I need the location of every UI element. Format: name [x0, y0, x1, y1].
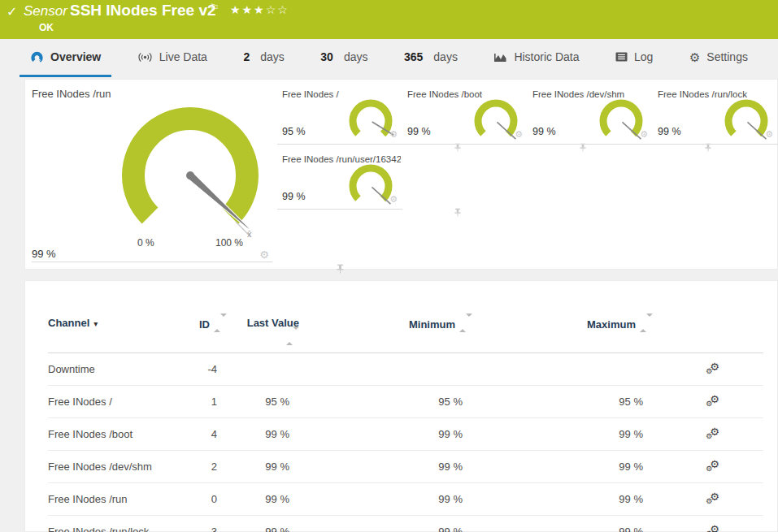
column-header-last-value[interactable]: Last Value — [227, 281, 299, 353]
tab-label: Log — [634, 50, 653, 63]
small-gauge — [593, 93, 650, 149]
gauges-panel: Free INodes /run x̄ 0 % 100 % 99 % ⚙ Fre… — [24, 79, 778, 270]
tab-number: 30 — [320, 50, 333, 63]
channel-id: 3 — [180, 516, 227, 532]
tab-log[interactable]: Log — [605, 39, 663, 77]
sensor-title: SSH INodes Free v2 — [70, 2, 216, 19]
channel-id: 4 — [180, 418, 227, 451]
gauge-value: 99 % — [32, 248, 56, 260]
channel-actions-cell: ⚙⚙ — [653, 418, 763, 451]
gauge-scale-min: 0 % — [137, 237, 154, 249]
small-gauge — [467, 93, 524, 149]
tab-bar: Overview Live Data 2 days 30 days 365 da… — [0, 39, 778, 77]
channel-actions-cell: ⚙⚙ — [653, 451, 763, 483]
maximum-value: 99 % — [472, 516, 653, 532]
channel-row[interactable]: Free INodes /run099 %99 %99 %⚙⚙ — [48, 483, 763, 516]
sensor-header: ✓ Sensor SSH INodes Free v2 ⚐ ★★★☆☆ OK — [0, 0, 778, 39]
tab-label: Historic Data — [514, 50, 579, 63]
channel-actions-cell: ⚙⚙ — [653, 353, 763, 386]
last-value: 95 % — [227, 386, 299, 418]
gauge-value: 99 % — [282, 191, 306, 202]
tab-overview[interactable]: Overview — [20, 39, 111, 77]
gauge-settings-icon[interactable]: ⚙ — [765, 130, 773, 139]
channel-actions-cell: ⚙⚙ — [653, 516, 763, 532]
channel-id: 1 — [180, 386, 227, 418]
channel-settings-icon[interactable]: ⚙⚙ — [706, 427, 719, 439]
channel-actions-cell: ⚙⚙ — [653, 386, 763, 418]
sort-icon — [640, 317, 653, 330]
sort-icon — [286, 330, 299, 343]
column-header-id[interactable]: ID — [180, 281, 227, 353]
tab-settings[interactable]: ⚙ Settings — [679, 39, 758, 77]
primary-gauge-tile: Free INodes /run x̄ 0 % 100 % 99 % ⚙ — [32, 80, 272, 262]
channel-name: Downtime — [48, 353, 180, 386]
channel-settings-icon[interactable]: ⚙⚙ — [706, 395, 719, 407]
gauge-value: 95 % — [282, 126, 306, 137]
last-value — [227, 353, 299, 386]
last-value: 99 % — [227, 451, 299, 483]
minimum-value: 99 % — [299, 483, 472, 516]
sort-icon — [459, 317, 472, 330]
column-header-channel[interactable]: Channel▾ — [48, 281, 180, 353]
maximum-value: 99 % — [472, 418, 653, 451]
gear-icon: ⚙ — [689, 51, 700, 63]
column-header-actions — [653, 281, 763, 353]
minimum-value: 95 % — [299, 386, 472, 418]
last-value: 99 % — [227, 516, 299, 532]
tab-365-days[interactable]: 365 days — [393, 39, 468, 77]
channel-id: 0 — [180, 483, 227, 516]
pin-icon[interactable] — [454, 208, 461, 217]
column-header-maximum[interactable]: Maximum — [472, 281, 653, 353]
minimum-value: 99 % — [299, 418, 472, 451]
gauge-settings-icon[interactable]: ⚙ — [640, 130, 648, 139]
area-chart-icon — [493, 52, 507, 63]
tab-label: days — [433, 50, 458, 63]
gauge-value: 99 % — [407, 126, 431, 137]
channel-row[interactable]: Free INodes /195 %95 %95 %⚙⚙ — [48, 386, 763, 418]
channel-settings-icon[interactable]: ⚙⚙ — [706, 492, 719, 504]
tab-2-days[interactable]: 2 days — [233, 39, 294, 77]
tab-30-days[interactable]: 30 days — [310, 39, 378, 77]
gauge-settings-icon[interactable]: ⚙ — [389, 195, 398, 204]
gauge-settings-icon[interactable]: ⚙ — [259, 249, 269, 260]
flag-icon[interactable]: ⚐ — [210, 2, 219, 14]
sensor-category-label: Sensor — [24, 3, 67, 19]
sort-icon — [214, 317, 227, 330]
tab-number: 365 — [404, 50, 423, 63]
small-gauges-grid: Free INodes /95 %⚙Free INodes /boot99 %⚙… — [277, 80, 778, 210]
gauge-settings-icon[interactable]: ⚙ — [515, 130, 523, 139]
gauge-value: 99 % — [532, 126, 556, 137]
pin-icon[interactable] — [337, 264, 344, 274]
log-icon — [615, 52, 628, 62]
channel-settings-icon[interactable]: ⚙⚙ — [706, 460, 719, 472]
priority-stars[interactable]: ★★★☆☆ — [230, 3, 289, 16]
tab-historic-data[interactable]: Historic Data — [483, 39, 589, 77]
channel-row[interactable]: Free INodes /boot499 %99 %99 %⚙⚙ — [48, 418, 763, 451]
gauge-value: 99 % — [658, 126, 681, 137]
status-badge: OK — [39, 22, 54, 33]
maximum-value: 99 % — [472, 451, 653, 483]
channel-settings-icon[interactable]: ⚙⚙ — [706, 525, 719, 532]
channel-id: -4 — [180, 353, 227, 386]
broadcast-icon — [137, 52, 153, 63]
channel-row[interactable]: Downtime-4⚙⚙ — [48, 353, 763, 386]
status-check-icon: ✓ — [7, 4, 17, 19]
channel-row[interactable]: Free INodes /dev/shm299 %99 %99 %⚙⚙ — [48, 451, 763, 483]
small-gauge-tile: Free INodes /run/user/16342...99 %⚙ — [277, 145, 402, 210]
last-value: 99 % — [227, 418, 299, 451]
gauge-settings-icon[interactable]: ⚙ — [389, 130, 398, 139]
column-header-minimum[interactable]: Minimum — [299, 281, 472, 353]
last-value: 99 % — [227, 483, 299, 516]
tab-live-data[interactable]: Live Data — [127, 39, 218, 77]
channel-name: Free INodes /run — [48, 483, 180, 516]
channels-table: Channel▾IDLast ValueMinimumMaximum Downt… — [48, 281, 763, 532]
gauge-title: Free INodes / — [282, 89, 339, 99]
channel-settings-icon[interactable]: ⚙⚙ — [706, 362, 719, 374]
small-gauge — [342, 93, 399, 149]
minimum-value: 99 % — [299, 516, 472, 532]
maximum-value: 95 % — [472, 386, 653, 418]
sort-active-icon: ▾ — [93, 319, 98, 328]
channel-row[interactable]: Free INodes /run/lock399 %99 %99 %⚙⚙ — [48, 516, 763, 532]
tab-number: 2 — [243, 50, 250, 63]
gauge-title: Free INodes /run — [32, 88, 111, 100]
